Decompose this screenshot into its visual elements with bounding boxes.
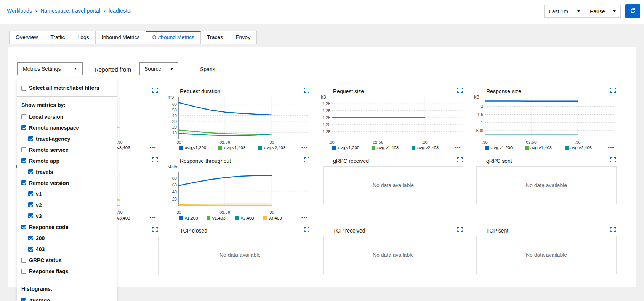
pause-select[interactable]: Pause xyxy=(585,5,621,18)
menu-item-label: travel-agency xyxy=(36,136,70,142)
menu-item-travels[interactable]: travels xyxy=(17,166,117,177)
breadcrumb-link[interactable]: loadtester xyxy=(109,8,132,14)
metrics-settings-toggle[interactable]: Metrics Settings xyxy=(17,62,83,75)
checkbox[interactable] xyxy=(21,298,26,301)
chart-kebab-menu[interactable]: ••• xyxy=(150,215,156,220)
menu-item-remote-namespace[interactable]: Remote namespace xyxy=(17,122,117,133)
y-axis-tick-label: 1.5 xyxy=(476,112,483,117)
legend-item[interactable]: avg,v1,200 xyxy=(485,145,513,150)
expand-icon[interactable] xyxy=(304,157,309,162)
spans-checkbox[interactable] xyxy=(191,67,196,72)
tab-inbound-metrics[interactable]: Inbound Metrics xyxy=(95,31,146,44)
legend-swatch xyxy=(525,146,529,150)
menu-item-local-version[interactable]: Local version xyxy=(17,111,117,122)
x-axis-tick-label: :30 xyxy=(175,210,181,215)
metrics-settings-label: Metrics Settings xyxy=(23,66,61,72)
y-axis-tick-label: 40 xyxy=(169,190,177,194)
tab-traffic[interactable]: Traffic xyxy=(44,31,71,44)
legend-item[interactable]: avg,v2,403 xyxy=(565,145,592,150)
expand-icon[interactable] xyxy=(610,227,616,232)
menu-item-remote-service[interactable]: Remote service xyxy=(17,144,117,155)
checkbox[interactable] xyxy=(28,213,33,218)
expand-icon[interactable] xyxy=(610,88,616,93)
legend-item[interactable]: v1,403 xyxy=(207,216,226,220)
expand-icon[interactable] xyxy=(610,157,616,162)
legend-item[interactable]: v1,200 xyxy=(179,216,198,220)
checkbox[interactable] xyxy=(21,269,26,274)
chart-grpc-sent: gRPC sentNo data available xyxy=(476,156,617,223)
checkbox[interactable] xyxy=(21,225,26,229)
checkbox[interactable] xyxy=(21,258,26,263)
spans-checkbox-row[interactable]: Spans xyxy=(191,66,215,72)
expand-icon[interactable] xyxy=(457,227,463,232)
legend-item[interactable]: avg,v1,403 xyxy=(218,145,245,150)
menu-item-v1[interactable]: v1 xyxy=(17,188,117,199)
chart-request-duration: Request durationms102030405060:3002:56:3… xyxy=(169,87,311,154)
expand-icon[interactable] xyxy=(304,227,309,232)
expand-icon[interactable] xyxy=(304,88,309,93)
checkbox[interactable] xyxy=(21,125,26,130)
x-axis-tick-label: 02:56 xyxy=(219,140,230,145)
no-data-label: No data available xyxy=(219,252,261,258)
legend-item[interactable]: v3,403 xyxy=(263,216,282,220)
tab-traces[interactable]: Traces xyxy=(200,31,229,44)
legend-swatch xyxy=(565,146,569,150)
chart-kebab-menu[interactable]: ••• xyxy=(301,215,308,220)
menu-item-remote-version[interactable]: Remote version xyxy=(17,177,117,188)
expand-icon[interactable] xyxy=(152,88,158,93)
chart-tcp-sent: TCP sentNo data available xyxy=(476,226,617,276)
no-data-box: No data available xyxy=(476,236,617,274)
legend-item[interactable]: avg,v2,403 xyxy=(258,145,285,150)
expand-icon[interactable] xyxy=(457,88,463,93)
menu-item-remote-app[interactable]: Remote app xyxy=(17,155,117,166)
reported-from-select[interactable]: Source xyxy=(139,62,178,75)
checkbox[interactable] xyxy=(21,180,26,185)
breadcrumb-link[interactable]: Namespace: travel-portal xyxy=(40,8,100,14)
tab-envoy[interactable]: Envoy xyxy=(229,31,257,44)
chart-kebab-menu[interactable]: ••• xyxy=(301,144,308,150)
menu-item-travel-agency[interactable]: travel-agency xyxy=(17,133,117,144)
expand-icon[interactable] xyxy=(152,157,158,162)
menu-item-label: travels xyxy=(36,169,53,175)
y-axis-tick-label: 40 xyxy=(169,113,177,118)
legend-item[interactable]: v2,403 xyxy=(235,216,254,220)
checkbox[interactable] xyxy=(28,247,33,252)
menu-item-response-code[interactable]: Response code xyxy=(17,221,117,233)
y-axis-tick-label: 1.25 xyxy=(322,108,330,113)
menu-item-v2[interactable]: v2 xyxy=(17,199,117,210)
menu-item-200[interactable]: 200 xyxy=(17,233,117,244)
duration-select[interactable]: Last 1m xyxy=(544,5,585,18)
menu-item-select-all-metric-label-filters[interactable]: Select all metric/label filters xyxy=(17,82,117,94)
tab-logs[interactable]: Logs xyxy=(71,31,95,44)
legend-item[interactable]: avg,v1,200 xyxy=(179,145,206,150)
checkbox[interactable] xyxy=(28,236,33,240)
checkbox[interactable] xyxy=(21,158,26,163)
checkbox[interactable] xyxy=(28,169,33,174)
checkbox[interactable] xyxy=(21,86,26,91)
checkbox[interactable] xyxy=(21,147,26,152)
tab-outbound-metrics[interactable]: Outbound Metrics xyxy=(146,31,201,44)
legend-swatch xyxy=(485,146,489,150)
menu-item-403[interactable]: 403 xyxy=(17,244,117,255)
tab-overview[interactable]: Overview xyxy=(9,31,44,44)
checkbox[interactable] xyxy=(28,191,33,196)
refresh-button[interactable] xyxy=(625,4,640,18)
menu-item-response-flags[interactable]: Response flags xyxy=(17,266,117,277)
chart-kebab-menu[interactable]: ••• xyxy=(608,144,614,150)
expand-icon[interactable] xyxy=(457,157,463,162)
menu-item-v3[interactable]: v3 xyxy=(17,210,117,221)
y-axis-tick-label: 30 xyxy=(169,119,177,124)
chart-kebab-menu[interactable]: ••• xyxy=(455,144,461,150)
checkbox[interactable] xyxy=(21,114,26,119)
expand-icon[interactable] xyxy=(152,227,158,232)
legend-item[interactable]: avg,v1,200 xyxy=(332,145,359,150)
checkbox[interactable] xyxy=(28,136,33,141)
menu-item-histogram-average[interactable]: Average xyxy=(17,295,117,301)
breadcrumb-link[interactable]: Workloads xyxy=(7,8,32,14)
legend-item[interactable]: avg,v2,403 xyxy=(412,145,439,150)
legend-item[interactable]: avg,v1,403 xyxy=(525,145,552,150)
menu-item-grpc-status[interactable]: GRPC status xyxy=(17,255,117,266)
chart-kebab-menu[interactable]: ••• xyxy=(150,144,156,150)
legend-item[interactable]: avg,v1,403 xyxy=(372,145,399,150)
checkbox[interactable] xyxy=(28,202,33,207)
